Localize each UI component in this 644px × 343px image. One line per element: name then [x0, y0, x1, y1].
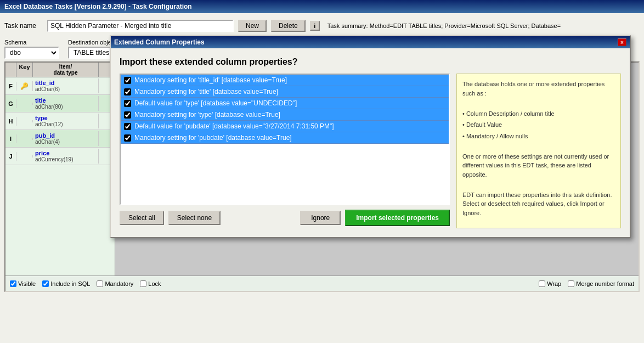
col-type-g: adChar(80) [35, 104, 63, 110]
wrap-checkbox-label[interactable]: Wrap [539, 280, 561, 287]
visible-checkbox-label[interactable]: Visible [10, 280, 36, 287]
key-cell-g [16, 103, 33, 105]
item-cell-i: pub_id adChar(4) [33, 131, 99, 146]
task-name-row: Task name New Delete i Task summary: Met… [4, 18, 640, 34]
new-button[interactable]: New [238, 20, 267, 32]
dialog-title: Extended Column Properties [114, 38, 205, 46]
schema-group: Schema dbo [4, 39, 59, 59]
list-item: Mandatory setting for 'pubdate' [databas… [121, 132, 449, 144]
info-icon[interactable]: i [310, 21, 320, 31]
extended-column-properties-dialog: Extended Column Properties × Import thes… [110, 35, 631, 238]
key-cell-f: 🔑 [16, 81, 33, 91]
property-label: Mandatory setting for 'pubdate' [databas… [134, 134, 292, 142]
property-checkbox-4[interactable] [124, 123, 131, 130]
dialog-title-bar: Extended Column Properties × [111, 36, 630, 48]
table-row: H type adChar(12) [5, 113, 115, 130]
list-item: Default value for 'type' [database value… [121, 98, 449, 109]
item-cell-f: title_id adChar(6) [33, 78, 99, 93]
table-row: G title adChar(80) [5, 95, 115, 113]
dialog-close-button[interactable]: × [618, 38, 626, 46]
task-name-input[interactable] [47, 20, 234, 32]
properties-list: Mandatory setting for 'title_id' [databa… [120, 74, 450, 205]
header-letter [5, 63, 16, 77]
col-type-i: adChar(4) [35, 139, 60, 145]
property-label: Default value for 'type' [database value… [134, 99, 297, 107]
header-key: Key [16, 63, 33, 77]
dialog-list-area: Mandatory setting for 'title_id' [databa… [120, 74, 450, 228]
item-cell-j: price adCurrency(19) [33, 149, 99, 164]
include-sql-checkbox-label[interactable]: Include in SQL [42, 280, 90, 287]
visible-label: Visible [18, 280, 36, 287]
col-type-f: adChar(6) [35, 86, 60, 92]
list-item: Mandatory setting for 'title_id' [databa… [121, 75, 449, 86]
wrap-checkbox[interactable] [539, 280, 545, 287]
schema-label: Schema [4, 39, 59, 46]
key-icon: 🔑 [20, 82, 29, 90]
list-item: Mandatory setting for 'type' [database v… [121, 109, 449, 121]
dialog-info-panel: The database holds one or more extended … [456, 74, 621, 228]
dialog-question: Import these extended column properties? [120, 57, 621, 67]
property-checkbox-5[interactable] [124, 134, 131, 142]
select-all-button[interactable]: Select all [120, 211, 164, 225]
col-name-h: type [35, 115, 48, 121]
item-cell-h: type adChar(12) [33, 114, 99, 128]
col-type-j: adCurrency(19) [35, 156, 73, 162]
lock-checkbox[interactable] [140, 280, 146, 287]
schema-select[interactable]: dbo [4, 47, 59, 59]
list-item: Mandatory setting for 'title' [database … [121, 86, 449, 98]
col-name-i: pub_id [35, 132, 55, 139]
visible-checkbox[interactable] [10, 280, 16, 287]
delete-button[interactable]: Delete [271, 20, 306, 32]
key-cell-h [16, 120, 33, 122]
row-letter-i: I [5, 134, 16, 143]
col-name-g: title [35, 97, 46, 104]
ignore-button[interactable]: Ignore [300, 211, 341, 225]
bottom-toolbar: Visible Include in SQL Mandatory Lock Wr… [5, 275, 639, 291]
mandatory-label: Mandatory [105, 280, 133, 287]
info-panel-text: The database holds one or more extended … [462, 80, 615, 217]
task-summary: Task summary: Method=EDIT TABLE titles; … [324, 21, 640, 30]
dialog-content: Import these extended column properties?… [111, 48, 630, 237]
title-bar: Excel Database Tasks [Version 2.9.290] -… [0, 0, 644, 13]
app-title: Excel Database Tasks [Version 2.9.290] -… [4, 3, 192, 10]
property-label: Mandatory setting for 'type' [database v… [134, 111, 280, 119]
select-none-button[interactable]: Select none [168, 211, 221, 225]
col-type-h: adChar(12) [35, 121, 63, 127]
mandatory-checkbox-label[interactable]: Mandatory [97, 280, 133, 287]
merge-number-checkbox-label[interactable]: Merge number format [568, 280, 634, 287]
grid-header: Key Item/data type [5, 63, 115, 77]
lock-checkbox-label[interactable]: Lock [140, 280, 161, 287]
main-window: Task name New Delete i Task summary: Met… [0, 13, 644, 343]
table-row: F 🔑 title_id adChar(6) [5, 77, 115, 95]
key-cell-i [16, 138, 33, 140]
include-sql-label: Include in SQL [50, 280, 90, 287]
table-row: J price adCurrency(19) [5, 148, 115, 165]
row-letter-f: F [5, 82, 16, 91]
col-name-f: title_id [35, 80, 54, 86]
row-letter-j: J [5, 152, 16, 161]
property-checkbox-1[interactable] [124, 88, 131, 95]
header-item: Item/data type [33, 63, 99, 77]
list-item: Default value for 'pubdate' [database va… [121, 121, 449, 132]
import-button[interactable]: Import selected properties [345, 210, 450, 226]
lock-label: Lock [148, 280, 161, 287]
table-row: I pub_id adChar(4) [5, 130, 115, 148]
row-letter-g: G [5, 99, 16, 108]
property-label: Mandatory setting for 'title_id' [databa… [134, 76, 287, 84]
wrap-label: Wrap [547, 280, 561, 287]
merge-number-label: Merge number format [576, 280, 634, 287]
include-sql-checkbox[interactable] [42, 280, 49, 287]
dialog-footer: Select all Select none Ignore Import sel… [120, 210, 450, 228]
merge-number-checkbox[interactable] [568, 280, 574, 287]
dialog-body: Mandatory setting for 'title_id' [databa… [120, 74, 621, 228]
mandatory-checkbox[interactable] [97, 280, 103, 287]
property-label: Default value for 'pubdate' [database va… [134, 122, 334, 130]
col-name-j: price [35, 150, 49, 156]
property-checkbox-3[interactable] [124, 111, 131, 119]
task-name-label: Task name [4, 22, 43, 30]
property-checkbox-0[interactable] [124, 77, 131, 84]
property-checkbox-2[interactable] [124, 100, 131, 107]
item-cell-g: title adChar(80) [33, 96, 99, 111]
key-cell-j [16, 155, 33, 158]
grid-area: Key Item/data type F 🔑 title_id adChar(6… [5, 63, 115, 291]
